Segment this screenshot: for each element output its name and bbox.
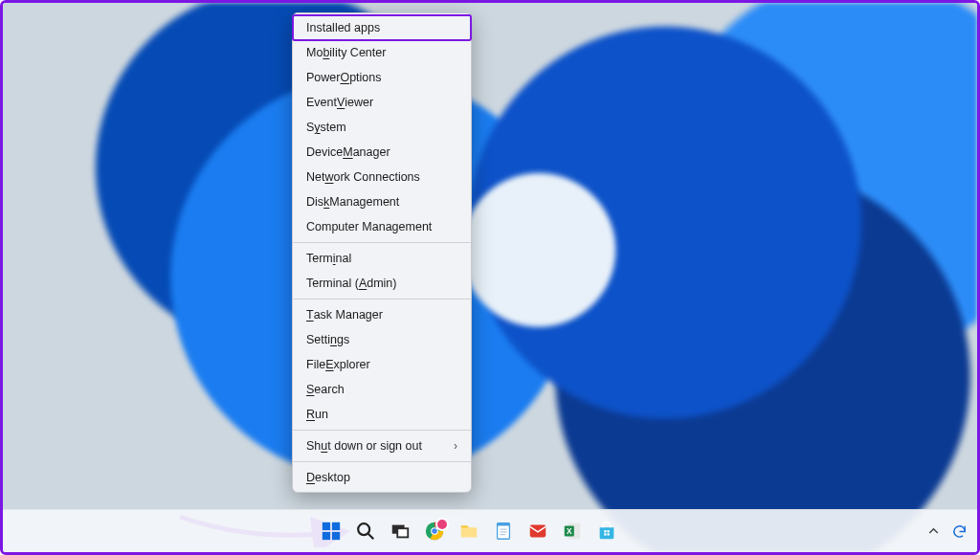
- svg-line-5: [368, 534, 374, 540]
- taskbar-center: X: [12, 517, 925, 545]
- task-view-icon[interactable]: [386, 517, 414, 545]
- tray-chevron-icon[interactable]: [925, 523, 942, 540]
- svg-rect-12: [498, 523, 510, 526]
- svg-point-4: [358, 523, 369, 535]
- menu-item-shutdown[interactable]: Shut down or sign out›: [293, 433, 471, 458]
- svg-text:X: X: [567, 527, 572, 536]
- sync-icon[interactable]: [951, 523, 968, 540]
- svg-rect-7: [397, 528, 408, 537]
- menu-separator: [293, 461, 471, 462]
- chevron-right-icon: ›: [454, 438, 457, 454]
- taskbar: X: [3, 509, 977, 552]
- notepad-icon[interactable]: [489, 517, 518, 545]
- search-icon[interactable]: [351, 517, 380, 545]
- avatar-badge-icon: [435, 518, 449, 531]
- menu-item-computer-management[interactable]: Computer Management: [293, 214, 471, 239]
- menu-item-file-explorer[interactable]: File Explorer: [293, 352, 471, 377]
- menu-item-terminal[interactable]: Terminal: [293, 246, 471, 271]
- svg-rect-20: [604, 530, 606, 532]
- svg-rect-23: [607, 533, 609, 535]
- menu-item-event-viewer[interactable]: Event Viewer: [293, 90, 471, 115]
- store-icon[interactable]: [592, 517, 621, 545]
- menu-item-network-connections[interactable]: Network Connections: [293, 165, 471, 189]
- svg-rect-2: [323, 532, 330, 540]
- excel-icon[interactable]: X: [558, 517, 587, 545]
- desktop-wallpaper: [3, 3, 977, 552]
- svg-rect-22: [604, 533, 606, 535]
- svg-rect-0: [323, 522, 330, 530]
- menu-item-disk-management[interactable]: Disk Management: [293, 189, 471, 214]
- svg-rect-16: [530, 525, 546, 538]
- menu-item-terminal-admin[interactable]: Terminal (Admin): [293, 271, 471, 296]
- svg-point-10: [432, 528, 437, 534]
- menu-separator: [293, 242, 471, 243]
- start-button[interactable]: [317, 517, 345, 545]
- menu-item-task-manager[interactable]: Task Manager: [293, 302, 471, 327]
- mail-icon[interactable]: [523, 517, 552, 545]
- menu-item-desktop[interactable]: Desktop: [293, 465, 471, 490]
- menu-item-search[interactable]: Search: [293, 377, 471, 402]
- chrome-icon[interactable]: [420, 517, 449, 545]
- file-explorer-icon[interactable]: [455, 517, 483, 545]
- menu-item-mobility-center[interactable]: Mobility Center: [293, 40, 471, 65]
- svg-rect-21: [607, 530, 609, 532]
- menu-item-device-manager[interactable]: Device Manager: [293, 140, 471, 165]
- svg-rect-3: [332, 532, 340, 540]
- menu-separator: [293, 430, 471, 431]
- menu-item-run[interactable]: Run: [293, 402, 471, 427]
- winx-context-menu: Installed apps Mobility Center Power Opt…: [292, 12, 472, 493]
- svg-rect-1: [332, 522, 340, 530]
- menu-item-power-options[interactable]: Power Options: [293, 65, 471, 90]
- system-tray: [925, 523, 968, 540]
- menu-item-system[interactable]: System: [293, 115, 471, 140]
- menu-item-installed-apps[interactable]: Installed apps: [292, 14, 472, 41]
- menu-item-settings[interactable]: Settings: [293, 327, 471, 352]
- menu-separator: [293, 299, 471, 300]
